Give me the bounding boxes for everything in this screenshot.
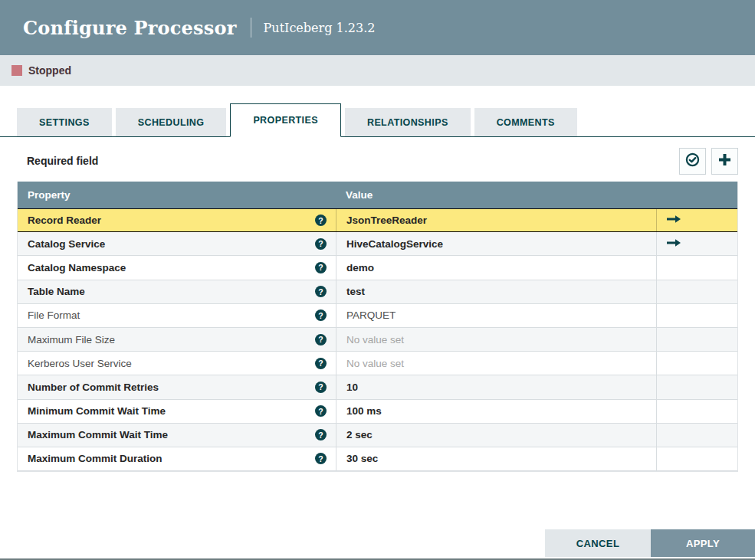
property-name-cell: Record Reader?	[18, 209, 336, 231]
help-question-icon[interactable]: ?	[315, 405, 327, 417]
property-value-cell[interactable]: No value set	[336, 352, 656, 375]
help-question-icon[interactable]: ?	[315, 238, 327, 250]
property-name: Catalog Namespace	[28, 262, 126, 273]
property-value: No value set	[346, 358, 404, 369]
apply-button[interactable]: APPLY	[651, 529, 755, 557]
property-value: test	[346, 286, 365, 297]
dialog-header: Configure Processor PutIceberg 1.23.2	[0, 0, 755, 55]
property-value: HiveCatalogService	[346, 238, 443, 250]
row-actions-cell	[656, 375, 737, 398]
property-value: 10	[346, 382, 358, 393]
property-value: 100 ms	[346, 405, 382, 417]
property-row[interactable]: Kerberos User Service?No value set	[18, 352, 737, 375]
property-name: Kerberos User Service	[28, 358, 132, 369]
cancel-button[interactable]: CANCEL	[545, 529, 651, 557]
table-body: Record Reader?JsonTreeReaderCatalog Serv…	[18, 208, 737, 471]
property-row[interactable]: Minimum Commit Wait Time?100 ms	[18, 400, 737, 424]
status-bar: Stopped	[0, 55, 755, 86]
help-question-icon[interactable]: ?	[315, 382, 327, 393]
property-name-cell: Catalog Service?	[18, 232, 336, 255]
property-row[interactable]: File Format?PARQUET	[18, 304, 737, 328]
add-property-button[interactable]	[711, 148, 738, 175]
property-name: File Format	[28, 309, 80, 321]
properties-table: Property Value Record Reader?JsonTreeRea…	[17, 182, 738, 472]
property-name-cell: Maximum Commit Wait Time?	[18, 424, 336, 447]
property-name-cell: Catalog Namespace?	[18, 256, 336, 279]
tab-comments[interactable]: COMMENTS	[474, 108, 577, 136]
property-name: Maximum Commit Wait Time	[28, 429, 168, 440]
property-value: No value set	[346, 334, 404, 345]
verify-properties-button[interactable]	[679, 148, 706, 175]
status-label: Stopped	[28, 64, 71, 77]
tab-relationships[interactable]: RELATIONSHIPS	[345, 108, 471, 136]
row-actions-cell	[656, 280, 737, 303]
row-actions-cell	[656, 328, 737, 351]
property-value-cell[interactable]: PARQUET	[336, 304, 656, 327]
property-name-cell: Maximum Commit Duration?	[18, 447, 336, 470]
property-name-cell: File Format?	[18, 304, 336, 327]
help-question-icon[interactable]: ?	[315, 429, 327, 440]
property-value-cell[interactable]: demo	[336, 256, 656, 279]
property-value: JsonTreeReader	[346, 215, 427, 226]
goto-service-arrow-icon[interactable]	[666, 215, 681, 226]
tab-settings[interactable]: SETTINGS	[17, 108, 112, 136]
property-value: 2 sec	[346, 429, 373, 440]
help-question-icon[interactable]: ?	[315, 358, 327, 369]
property-row[interactable]: Table Name?test	[18, 280, 737, 304]
table-header-row: Property Value	[18, 182, 737, 208]
property-name: Minimum Commit Wait Time	[28, 405, 166, 417]
dialog-title: Configure Processor	[23, 17, 237, 39]
row-actions-cell	[656, 209, 737, 231]
property-name: Table Name	[28, 286, 85, 297]
property-value-cell[interactable]: 2 sec	[336, 424, 656, 447]
property-value-cell[interactable]: 100 ms	[336, 400, 656, 423]
row-actions-cell	[656, 256, 737, 279]
property-value: demo	[346, 262, 374, 273]
plus-icon	[717, 152, 732, 170]
help-question-icon[interactable]: ?	[315, 334, 327, 345]
property-row[interactable]: Maximum Commit Duration?30 sec	[18, 447, 737, 471]
property-name: Maximum Commit Duration	[28, 453, 162, 464]
property-value-cell[interactable]: 10	[336, 375, 656, 398]
property-name-cell: Number of Commit Retries?	[18, 375, 336, 398]
property-name-cell: Table Name?	[18, 280, 336, 303]
row-actions-cell	[656, 232, 737, 255]
property-row[interactable]: Catalog Service?HiveCatalogService	[18, 232, 737, 256]
required-field-label: Required field	[17, 155, 98, 167]
property-row[interactable]: Maximum File Size?No value set	[18, 328, 737, 352]
tab-strip: SETTINGSSCHEDULINGPROPERTIESRELATIONSHIP…	[0, 103, 755, 137]
property-value-cell[interactable]: HiveCatalogService	[336, 232, 656, 255]
property-row[interactable]: Record Reader?JsonTreeReader	[18, 208, 737, 232]
property-value-cell[interactable]: 30 sec	[336, 447, 656, 470]
property-name: Record Reader	[28, 215, 101, 226]
tab-scheduling[interactable]: SCHEDULING	[116, 108, 227, 136]
processor-name-version: PutIceberg 1.23.2	[264, 21, 376, 35]
property-value-cell[interactable]: No value set	[336, 328, 656, 351]
column-header-property: Property	[18, 189, 336, 201]
goto-service-arrow-icon[interactable]	[666, 238, 681, 250]
help-question-icon[interactable]: ?	[315, 262, 327, 273]
property-name: Catalog Service	[28, 238, 105, 250]
check-circle-icon	[685, 152, 700, 170]
property-name-cell: Kerberos User Service?	[18, 352, 336, 375]
property-name-cell: Minimum Commit Wait Time?	[18, 400, 336, 423]
property-row[interactable]: Catalog Namespace?demo	[18, 256, 737, 280]
help-question-icon[interactable]: ?	[315, 286, 327, 297]
property-row[interactable]: Maximum Commit Wait Time?2 sec	[18, 424, 737, 447]
row-actions-cell	[656, 400, 737, 423]
help-question-icon[interactable]: ?	[315, 309, 327, 321]
property-value: 30 sec	[346, 453, 378, 464]
property-value-cell[interactable]: test	[336, 280, 656, 303]
row-actions-cell	[656, 424, 737, 447]
help-question-icon[interactable]: ?	[315, 453, 327, 464]
property-name: Number of Commit Retries	[28, 382, 159, 393]
dialog-footer: CANCEL APPLY	[545, 529, 755, 557]
row-actions-cell	[656, 352, 737, 375]
property-row[interactable]: Number of Commit Retries?10	[18, 375, 737, 399]
help-question-icon[interactable]: ?	[315, 215, 327, 226]
property-value-cell[interactable]: JsonTreeReader	[336, 209, 656, 231]
tab-properties[interactable]: PROPERTIES	[230, 103, 341, 137]
property-name: Maximum File Size	[28, 334, 115, 345]
property-name-cell: Maximum File Size?	[18, 328, 336, 351]
property-value: PARQUET	[346, 309, 396, 321]
